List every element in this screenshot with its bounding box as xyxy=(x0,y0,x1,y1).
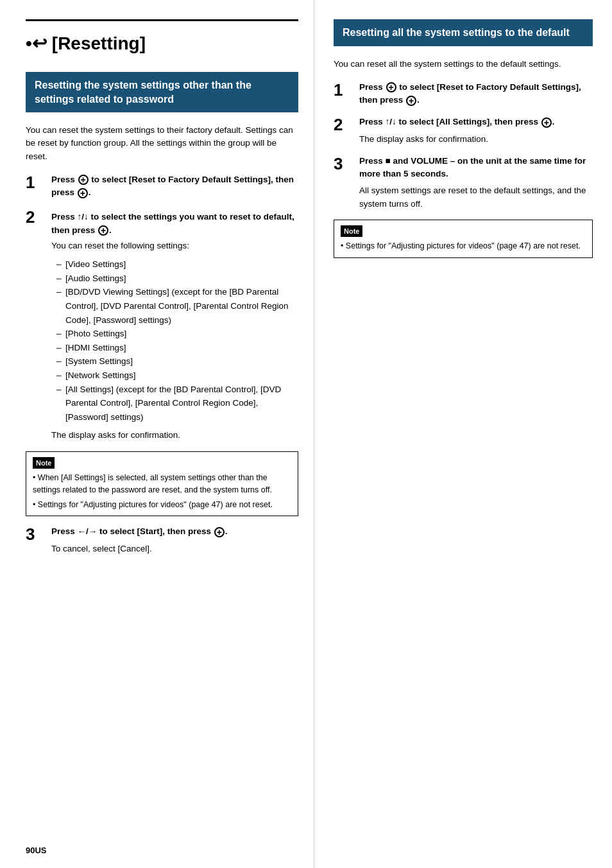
right-note-label: Note xyxy=(341,225,362,238)
right-step-3: 3 Press ■ and VOLUME – on the unit at th… xyxy=(334,155,593,211)
page-number: 90US xyxy=(26,846,47,855)
left-step-2-content: Press ↑/↓ to select the settings you wan… xyxy=(51,211,298,442)
left-step-1-content: Press + to select [Reset to Factory Defa… xyxy=(51,173,298,200)
left-step-2-bold: Press ↑/↓ to select the settings you wan… xyxy=(51,212,294,234)
left-step-1-bold: Press + to select [Reset to Factory Defa… xyxy=(51,175,294,197)
circle-plus-icon-4: + xyxy=(214,527,225,537)
list-item: [Photo Settings] xyxy=(59,327,298,341)
right-step-3-sub: All system settings are reset to the def… xyxy=(359,184,593,211)
right-step-1-bold: Press + to select [Reset to Factory Defa… xyxy=(359,82,581,105)
list-item: [System Settings] xyxy=(59,354,298,369)
right-step-2-bold: Press ↑/↓ to select [All Settings], then… xyxy=(359,117,555,126)
right-step-2: 2 Press ↑/↓ to select [All Settings], th… xyxy=(334,116,593,146)
left-settings-list: [Video Settings] [Audio Settings] [BD/DV… xyxy=(51,257,298,424)
page-title-area: •↩ [Resetting] xyxy=(26,33,298,54)
top-divider xyxy=(26,19,298,21)
left-step-3-content: Press ←/→ to select [Start], then press … xyxy=(51,525,298,555)
circle-plus-icon-1: + xyxy=(78,175,89,185)
left-intro: You can reset the system settings to the… xyxy=(26,124,298,163)
left-note-box: Note • When [All Settings] is selected, … xyxy=(26,451,298,517)
list-item: [HDMI Settings] xyxy=(59,341,298,355)
left-step-1-number: 1 xyxy=(26,173,46,192)
left-step-3-number: 3 xyxy=(26,525,46,544)
left-step-2-sub-intro: You can reset the following settings: xyxy=(51,239,298,252)
left-step-1: 1 Press + to select [Reset to Factory De… xyxy=(26,173,298,200)
left-step-2-confirmation: The display asks for confirmation. xyxy=(51,429,298,442)
left-section-header: Resetting the system settings other than… xyxy=(26,72,298,112)
right-note-box: Note • Settings for "Adjusting pictures … xyxy=(334,220,593,258)
left-step-3-bold: Press ←/→ to select [Start], then press … xyxy=(51,526,228,536)
right-step-3-number: 3 xyxy=(334,155,354,173)
circle-plus-icon-5: + xyxy=(386,82,396,92)
right-step-3-content: Press ■ and VOLUME – on the unit at the … xyxy=(359,155,593,211)
left-note-item-2: • Settings for "Adjusting pictures for v… xyxy=(33,499,291,511)
list-item: [Network Settings] xyxy=(59,369,298,383)
list-item: [BD/DVD Viewing Settings] (except for th… xyxy=(59,285,298,327)
left-step-3: 3 Press ←/→ to select [Start], then pres… xyxy=(26,525,298,555)
left-column: •↩ [Resetting] Resetting the system sett… xyxy=(0,0,314,868)
right-step-1-content: Press + to select [Reset to Factory Defa… xyxy=(359,81,593,107)
circle-plus-icon-3: + xyxy=(98,225,108,236)
left-note-item-1: • When [All Settings] is selected, all s… xyxy=(33,472,291,496)
left-step-2: 2 Press ↑/↓ to select the settings you w… xyxy=(26,208,298,442)
left-step-3-sub: To cancel, select [Cancel]. xyxy=(51,542,298,555)
left-note-label: Note xyxy=(33,457,55,469)
circle-plus-icon-6: + xyxy=(406,96,416,106)
list-item: [Audio Settings] xyxy=(59,272,298,286)
right-step-1: 1 Press + to select [Reset to Factory De… xyxy=(334,81,593,107)
circle-plus-icon-2: + xyxy=(78,188,88,198)
right-step-3-bold: Press ■ and VOLUME – on the unit at the … xyxy=(359,156,586,178)
right-step-2-confirmation: The display asks for confirmation. xyxy=(359,133,593,146)
right-step-1-number: 1 xyxy=(334,81,354,100)
left-step-2-number: 2 xyxy=(26,208,46,227)
page-title-icon: •↩ xyxy=(26,33,47,54)
list-item: [Video Settings] xyxy=(59,257,298,272)
right-column: Resetting all the system settings to the… xyxy=(314,0,612,868)
right-note-item-1: • Settings for "Adjusting pictures for v… xyxy=(341,240,586,252)
right-step-2-number: 2 xyxy=(334,116,354,134)
right-intro: You can reset all the system settings to… xyxy=(334,58,593,71)
right-section-header: Resetting all the system settings to the… xyxy=(334,19,593,46)
page-container: •↩ [Resetting] Resetting the system sett… xyxy=(0,0,612,868)
right-step-2-content: Press ↑/↓ to select [All Settings], then… xyxy=(359,116,593,146)
list-item: [All Settings] (except for the [BD Paren… xyxy=(59,383,298,424)
page-title-text: [Resetting] xyxy=(52,33,146,54)
circle-plus-icon-7: + xyxy=(541,117,552,128)
